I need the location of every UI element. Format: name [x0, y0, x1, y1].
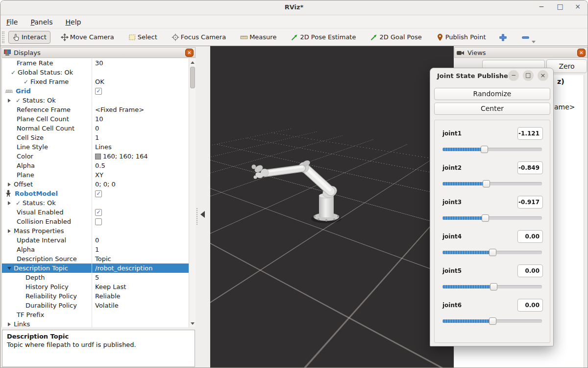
dialog-maximize-button[interactable]: □ [523, 70, 534, 81]
property-value[interactable]: 1 [95, 245, 99, 254]
display-property-row[interactable]: Frame Rate30 [2, 58, 189, 68]
property-value[interactable]: <Fixed Frame> [95, 105, 144, 114]
joint-slider[interactable] [442, 146, 542, 153]
joint-value-field[interactable]: 0.00 [517, 264, 543, 277]
dialog-close-button[interactable]: × [538, 70, 548, 81]
tool-measure-button[interactable]: Measure [236, 31, 280, 44]
display-property-row[interactable]: ✓Global Status: Ok [2, 68, 189, 77]
property-value[interactable]: Topic [95, 254, 111, 263]
property-value[interactable]: Reliable [95, 291, 121, 301]
display-property-row[interactable]: Reliability PolicyReliable [2, 291, 189, 301]
window-minimize-button[interactable]: − [536, 2, 547, 13]
title-bar[interactable]: RViz* − □ × [0, 0, 588, 15]
display-property-row[interactable]: ✓Status: Ok [2, 198, 189, 208]
tool-2d-goal-pose-button[interactable]: 2D Goal Pose [366, 31, 425, 44]
display-property-row[interactable]: Grid✓ [2, 86, 189, 96]
property-value[interactable]: 0.5 [95, 161, 105, 170]
property-value[interactable]: OK [95, 77, 104, 86]
splitter-handle[interactable] [196, 208, 198, 225]
display-property-row[interactable]: Plane Cell Count10 [2, 114, 189, 124]
property-value[interactable]: 0 [95, 124, 99, 133]
joint-slider[interactable] [442, 214, 542, 222]
display-property-row[interactable]: Offset0; 0; 0 [2, 180, 189, 189]
dialog-minimize-button[interactable]: − [508, 70, 519, 81]
joint-slider[interactable] [442, 283, 542, 290]
joint-value-field[interactable]: -0.849 [517, 161, 543, 174]
joint-value-field[interactable]: -1.121 [517, 127, 543, 140]
scrollbar-thumb[interactable] [190, 67, 195, 88]
tool-2d-pose-estimate-button[interactable]: 2D Pose Estimate [287, 31, 360, 44]
property-value[interactable] [95, 217, 102, 226]
joint-slider[interactable] [442, 249, 542, 256]
checkbox-checked[interactable]: ✓ [95, 190, 102, 197]
property-value[interactable]: 1 [95, 133, 99, 142]
display-property-row[interactable]: TF Prefix [2, 310, 189, 319]
scroll-up-icon[interactable] [189, 59, 196, 66]
display-property-row[interactable]: Depth5 [2, 273, 189, 282]
tool-interact-button[interactable]: Interact [8, 31, 50, 44]
property-value[interactable]: ✓ [95, 208, 102, 217]
randomize-button[interactable]: Randomize [434, 88, 550, 100]
display-property-row[interactable]: Line StyleLines [2, 142, 189, 152]
window-maximize-button[interactable]: □ [554, 2, 566, 13]
slider-handle[interactable] [489, 317, 496, 325]
display-property-row[interactable]: Collision Enabled [2, 217, 189, 226]
joint-value-field[interactable]: 0.00 [517, 230, 543, 243]
property-value[interactable]: 30 [95, 58, 103, 68]
property-value[interactable]: Lines [95, 142, 112, 152]
property-value[interactable]: 10 [95, 114, 103, 124]
display-property-row[interactable]: Normal Cell Count0 [2, 124, 189, 133]
center-button[interactable]: Center [434, 103, 550, 115]
checkbox-unchecked[interactable] [95, 218, 102, 225]
display-property-row[interactable]: Mass Properties [2, 226, 189, 236]
joint-slider[interactable] [442, 180, 542, 187]
tool-focus-camera-button[interactable]: Focus Camera [168, 31, 230, 44]
property-value[interactable]: 160; 160; 164 [95, 152, 147, 161]
checkbox-checked[interactable]: ✓ [95, 209, 102, 216]
property-value[interactable]: 0 [95, 236, 99, 245]
tool-publish-point-button[interactable]: Publish Point [432, 31, 490, 44]
display-property-row[interactable]: Links [2, 319, 189, 327]
display-property-row[interactable]: ✓Status: Ok [2, 96, 189, 105]
toolbar-drag-handle[interactable] [2, 31, 4, 43]
property-value[interactable]: Volatile [95, 301, 119, 310]
scroll-down-icon[interactable] [189, 320, 196, 327]
window-close-button[interactable]: × [572, 2, 584, 13]
color-swatch[interactable] [95, 154, 101, 159]
display-property-row[interactable]: Description SourceTopic [2, 254, 189, 263]
joint-value-field[interactable]: -0.917 [517, 196, 543, 209]
display-property-row[interactable]: Alpha0.5 [2, 161, 189, 170]
display-property-row[interactable]: RobotModel✓ [2, 189, 189, 198]
joint-state-publisher-dialog[interactable]: Joint State Publisher − □ × Randomize Ce… [430, 68, 554, 346]
property-value[interactable]: ✓ [95, 189, 102, 198]
slider-handle[interactable] [481, 146, 488, 153]
display-property-row[interactable]: PlaneXY [2, 170, 189, 180]
add-tool-button[interactable] [496, 31, 510, 44]
panel-splitter[interactable] [196, 46, 210, 368]
dialog-title-bar[interactable]: Joint State Publisher − □ × [430, 68, 553, 83]
display-property-row[interactable]: Visual Enabled✓ [2, 208, 189, 217]
expand-down-icon[interactable] [5, 267, 14, 270]
tool-move-camera-button[interactable]: Move Camera [57, 31, 118, 44]
joint-value-field[interactable]: 0.00 [517, 299, 543, 312]
menu-item-help[interactable]: Help [66, 18, 81, 26]
display-property-row[interactable]: Description Topic/robot_description [2, 263, 189, 273]
slider-handle[interactable] [483, 180, 490, 187]
expand-right-icon[interactable] [5, 201, 14, 205]
display-property-row[interactable]: Color160; 160; 164 [2, 152, 189, 161]
3d-viewport[interactable] [210, 46, 454, 368]
property-value[interactable]: /robot_description [95, 263, 152, 273]
display-property-row[interactable]: ✓Fixed FrameOK [2, 77, 189, 86]
display-property-row[interactable]: Reference Frame<Fixed Frame> [2, 105, 189, 114]
expand-right-icon[interactable] [5, 322, 14, 326]
menu-item-file[interactable]: File [6, 18, 18, 26]
slider-handle[interactable] [489, 249, 496, 256]
display-property-row[interactable]: Cell Size1 [2, 133, 189, 142]
slider-handle[interactable] [482, 214, 489, 222]
property-value[interactable]: 5 [95, 273, 99, 282]
views-close-icon[interactable]: ✕ [577, 49, 586, 57]
display-property-row[interactable]: History PolicyKeep Last [2, 282, 189, 291]
views-panel-header[interactable]: Views ✕ [454, 47, 588, 58]
displays-scrollbar[interactable] [189, 58, 196, 327]
remove-tool-button[interactable] [518, 31, 532, 44]
